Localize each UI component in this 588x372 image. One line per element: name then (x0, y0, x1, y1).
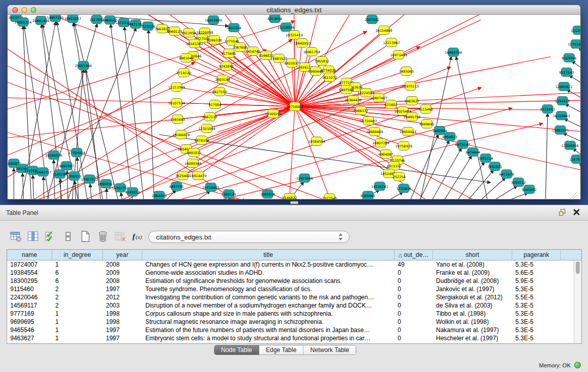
cell-pagerank[interactable]: 5.3E-5 (512, 310, 561, 318)
column-header-title[interactable]: title (142, 250, 395, 260)
cell-out_de[interactable]: 0 (395, 334, 433, 342)
graph-node[interactable]: 7515526 (141, 22, 156, 31)
network-canvas[interactable]: 2013310240557242069140614857195106532571… (8, 15, 580, 200)
cell-in_degree[interactable]: 2 (52, 301, 103, 310)
graph-node[interactable]: 2064053 (152, 191, 167, 200)
tab-network-table[interactable]: Network Table (303, 345, 356, 355)
graph-node[interactable]: 15751074 (568, 40, 580, 49)
panel-splitter-handle[interactable] (290, 201, 298, 204)
column-header-pagerank[interactable]: pagerank (512, 250, 561, 260)
graph-node[interactable]: 15892971 (552, 126, 569, 135)
graph-node[interactable]: 19718485 (202, 183, 219, 192)
cell-out_de[interactable]: 0 (395, 293, 433, 301)
column-header-in_degree[interactable]: in_degree (52, 250, 103, 260)
graph-node[interactable]: 9984067 (379, 150, 394, 159)
cell-year[interactable]: 1997 (103, 326, 142, 334)
cell-title[interactable]: Tourette syndrome. Phenomenology and cla… (142, 285, 395, 293)
cell-out_de[interactable]: 0 (395, 318, 433, 326)
cell-name[interactable]: 19384554 (7, 269, 52, 277)
cell-title[interactable]: Estimation of significance thresholds fo… (142, 277, 395, 285)
cell-pagerank[interactable]: 5.5E-5 (512, 293, 561, 301)
graph-node[interactable]: 14136141 (371, 182, 388, 191)
cell-in_degree[interactable]: 1 (52, 318, 103, 326)
graph-node[interactable]: 9245012 (125, 188, 140, 196)
network-graph[interactable]: 2013310240557242069140614857195106532571… (8, 15, 580, 200)
canvas-resize-grip[interactable] (571, 192, 577, 199)
graph-node[interactable]: 9115460 (419, 105, 433, 114)
graph-node[interactable]: 2087682 (365, 15, 380, 24)
graph-node[interactable]: 8958923 (443, 133, 458, 141)
graph-node[interactable]: 19756928 (395, 142, 412, 150)
cell-out_de[interactable]: 0 (395, 301, 433, 310)
graph-node[interactable]: 20206576 (45, 151, 62, 160)
cell-name[interactable]: 18300295 (7, 277, 52, 285)
graph-node[interactable]: 9245652 (522, 185, 537, 194)
graph-node[interactable]: 6471676 (499, 170, 514, 179)
graph-node[interactable]: 8186328 (207, 36, 222, 45)
cell-title[interactable]: Investigating the contribution of common… (142, 293, 395, 301)
scrollbar-thumb[interactable] (576, 261, 580, 274)
graph-node[interactable]: 1167534 (570, 155, 580, 164)
graph-node[interactable]: 17957222 (81, 175, 98, 184)
graph-node[interactable]: 18325419 (286, 31, 302, 39)
graph-node[interactable]: 12093822 (555, 82, 572, 91)
graph-node[interactable]: 1112430 (571, 26, 580, 35)
table-selector-dropdown[interactable]: citations_edges.txt (148, 231, 350, 243)
float-panel-icon[interactable] (558, 208, 568, 217)
cell-in_degree[interactable]: 6 (52, 269, 103, 277)
cell-in_degree[interactable]: 1 (52, 326, 103, 334)
cell-short[interactable]: Dudbridge et al. (2008) (433, 277, 512, 285)
cell-out_de[interactable]: 0 (395, 326, 433, 334)
cell-pagerank[interactable]: 5.3E-5 (512, 326, 561, 334)
cell-pagerank[interactable]: 5.6E-5 (512, 269, 561, 277)
cell-pagerank[interactable]: 5.3E-5 (512, 301, 561, 310)
graph-node[interactable]: 1527602 (90, 15, 104, 24)
cell-year[interactable]: 2003 (103, 301, 142, 310)
graph-node[interactable]: 1145194 (53, 170, 68, 179)
table-row[interactable]: 969969511998Structural magnetic resonanc… (7, 318, 581, 326)
graph-node[interactable]: 9175685 (222, 49, 236, 58)
cell-year[interactable]: 2008 (103, 277, 142, 285)
cell-short[interactable]: de Silva et al. (2003) (433, 301, 512, 310)
cell-out_de[interactable]: 49 (395, 260, 433, 269)
graph-node[interactable]: 7485063 (399, 67, 414, 76)
graph-node[interactable]: 17359924 (68, 148, 85, 157)
cell-name[interactable]: 9463627 (7, 334, 52, 342)
cell-name[interactable]: 18724007 (7, 260, 52, 269)
cell-in_degree[interactable]: 2 (52, 293, 103, 301)
cell-year[interactable]: 2008 (103, 260, 142, 269)
table-row[interactable]: 946554611997Estimation of the future num… (7, 326, 581, 334)
graph-node[interactable]: 1815152 (387, 162, 402, 170)
graph-node[interactable]: 16914479 (189, 171, 206, 180)
cell-year[interactable]: 1997 (103, 285, 142, 293)
graph-node[interactable]: 8667110 (203, 113, 217, 121)
graph-node[interactable]: 3054112 (511, 178, 526, 187)
cell-in_degree[interactable]: 2 (52, 285, 103, 293)
cell-pagerank[interactable]: 5.3E-5 (512, 285, 561, 293)
cell-name[interactable]: 22420046 (7, 293, 52, 301)
cell-short[interactable]: Jankovic et al. (1997) (433, 285, 512, 293)
table-row[interactable]: 1830029562008Estimation of significance … (7, 277, 581, 285)
cell-year[interactable]: 2009 (103, 269, 142, 277)
graph-node[interactable]: 1095816 (260, 190, 275, 199)
cell-in_degree[interactable]: 1 (52, 334, 103, 342)
delete-column-icon[interactable] (96, 230, 109, 243)
cell-name[interactable]: 9115460 (7, 285, 52, 293)
graph-node[interactable]: 7857224 (227, 24, 242, 32)
merge-rows-icon[interactable] (61, 230, 74, 243)
graph-node[interactable]: 6679197 (455, 140, 470, 149)
cell-title[interactable]: Disruption of a novel member of a sodium… (142, 301, 395, 310)
graph-node[interactable]: 12213967 (383, 38, 400, 47)
cell-name[interactable]: 9699695 (7, 318, 52, 326)
tab-edge-table[interactable]: Edge Table (259, 345, 304, 355)
cell-title[interactable]: Changes of HCN gene expression and I(f) … (142, 260, 395, 269)
graph-node[interactable]: 9242848 (219, 62, 234, 71)
table-row[interactable]: 1872400712008Changes of HCN gene express… (7, 260, 581, 269)
vertical-scrollbar[interactable] (574, 260, 581, 343)
cell-year[interactable]: 2012 (103, 293, 142, 301)
new-column-icon[interactable] (79, 230, 92, 243)
graph-node[interactable]: 5491822 (187, 148, 202, 157)
close-panel-icon[interactable] (572, 208, 581, 217)
graph-node[interactable]: 1350515 (67, 172, 82, 181)
graph-node[interactable]: 8215953 (540, 105, 555, 114)
